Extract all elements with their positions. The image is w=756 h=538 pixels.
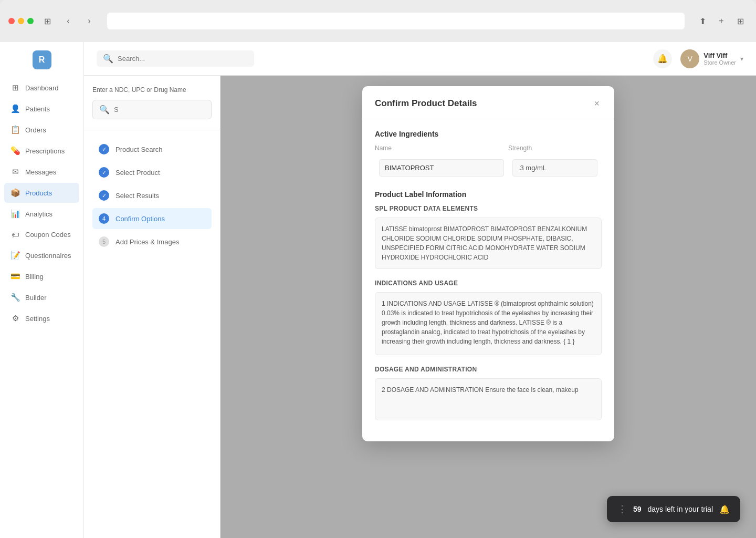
chevron-down-icon: ▾ (740, 55, 743, 63)
sidebar-item-coupon-codes[interactable]: 🏷 Coupon Codes (4, 225, 79, 244)
grid-view-button[interactable]: ⊞ (733, 14, 748, 28)
spl-section-title: SPL PRODUCT DATA ELEMENTS (375, 205, 602, 212)
sidebar-item-products[interactable]: 📦 Products (4, 183, 79, 203)
active-ingredients-title: Active Ingredients (375, 130, 602, 138)
modal-header: Confirm Product Details × (362, 86, 614, 119)
trial-bell-icon: 🔔 (719, 504, 730, 514)
ingredient-name: BIMATOPROST (379, 159, 504, 177)
minimize-button[interactable] (18, 18, 24, 24)
sidebar-item-questionnaires[interactable]: 📝 Questionnaires (4, 245, 79, 265)
step-indicator-select-product: ✓ (99, 167, 109, 178)
wizard-step-select-results[interactable]: ✓ Select Results (92, 185, 212, 206)
sidebar-label-questionnaires: Questionnaires (25, 252, 71, 260)
search-input[interactable] (118, 55, 248, 63)
patients-icon: 👤 (10, 104, 20, 113)
app-logo[interactable]: R (33, 50, 51, 69)
trial-days-count: 59 (633, 505, 642, 513)
indications-section: INDICATIONS AND USAGE 1 INDICATIONS AND … (375, 280, 602, 355)
wizard-step-confirm-options[interactable]: 4 Confirm Options (92, 208, 212, 229)
dosage-content-box: 2 DOSAGE AND ADMINISTRATION Ensure the f… (375, 378, 602, 420)
wizard-step-select-product[interactable]: ✓ Select Product (92, 162, 212, 183)
product-label-title: Product Label Information (375, 190, 602, 199)
step-label-confirm-options: Confirm Options (116, 215, 165, 223)
dosage-section-title: DOSAGE AND ADMINISTRATION (375, 366, 602, 373)
sidebar-item-prescriptions[interactable]: 💊 Prescriptions (4, 141, 79, 161)
ingredient-row: BIMATOPROST .3 mg/mL (375, 156, 602, 180)
wizard-search-input[interactable] (114, 106, 205, 113)
sidebar-label-settings: Settings (25, 315, 50, 323)
sidebar-item-patients[interactable]: 👤 Patients (4, 99, 79, 119)
dosage-section: DOSAGE AND ADMINISTRATION 2 DOSAGE AND A… (375, 366, 602, 420)
new-tab-button[interactable]: + (714, 14, 729, 28)
spl-content-box: LATISSE bimatoprost BIMATOPROST BIMATOPR… (375, 218, 602, 269)
browser-chrome: ⊞ ‹ › ⬆ + ⊞ (0, 0, 756, 42)
ingredients-table: Name Strength BIMATOPROST .3 mg/mL (375, 144, 602, 180)
sidebar-label-analytics: Analytics (25, 210, 52, 218)
ingredient-strength: .3 mg/mL (512, 159, 597, 177)
avatar: V (680, 49, 699, 68)
step-label-select-product: Select Product (116, 169, 160, 177)
header-right: 🔔 V Viff Viff Store Owner ▾ (653, 49, 743, 68)
sidebar-label-products: Products (25, 189, 52, 197)
user-info[interactable]: V Viff Viff Store Owner ▾ (680, 49, 743, 68)
sidebar-label-coupon-codes: Coupon Codes (25, 231, 71, 239)
sidebar-label-prescriptions: Prescriptions (25, 147, 65, 155)
indications-section-title: INDICATIONS AND USAGE (375, 280, 602, 287)
sidebar-item-analytics[interactable]: 📊 Analytics (4, 204, 79, 224)
notification-button[interactable]: 🔔 (653, 49, 672, 68)
trial-banner: ⋮ 59 days left in your trial 🔔 (607, 496, 740, 522)
wizard-search-field[interactable]: 🔍 (92, 100, 212, 119)
sidebar-item-builder[interactable]: 🔧 Builder (4, 287, 79, 307)
step-number: 4 (102, 215, 106, 222)
wizard-step-add-prices[interactable]: 5 Add Prices & Images (92, 231, 212, 252)
prescriptions-icon: 💊 (10, 146, 20, 156)
forward-button[interactable]: › (82, 14, 97, 28)
trial-text: days left in your trial (648, 505, 713, 513)
search-bar[interactable]: 🔍 (97, 50, 254, 67)
sidebar-item-messages[interactable]: ✉ Messages (4, 162, 79, 182)
modal-body: Active Ingredients Name Strength BIMA (362, 119, 614, 441)
modal-close-button[interactable]: × (592, 97, 602, 110)
sidebar-nav: ⊞ Dashboard 👤 Patients 📋 Orders 💊 Prescr… (0, 78, 83, 328)
orders-icon: 📋 (10, 125, 20, 134)
search-icon: 🔍 (99, 105, 110, 115)
sidebar-item-orders[interactable]: 📋 Orders (4, 120, 79, 140)
products-icon: 📦 (10, 188, 20, 198)
dashboard-icon: ⊞ (10, 83, 20, 92)
close-button[interactable] (8, 18, 15, 24)
main-content: 🔍 🔔 V Viff Viff Store Owner ▾ Produ (84, 42, 756, 538)
messages-icon: ✉ (10, 167, 20, 177)
app-container: R ⊞ Dashboard 👤 Patients 📋 Orders 💊 Pres… (0, 42, 756, 538)
wizard-step-product-search[interactable]: ✓ Product Search (92, 139, 212, 160)
share-button[interactable]: ⬆ (695, 14, 710, 28)
wizard-panel: Enter a NDC, UPC or Drug Name 🔍 ✓ Produc… (84, 76, 220, 538)
wizard-hint: Enter a NDC, UPC or Drug Name (92, 86, 212, 94)
sidebar-label-builder: Builder (25, 294, 46, 302)
sidebar-item-billing[interactable]: 💳 Billing (4, 266, 79, 286)
sidebar-label-dashboard: Dashboard (25, 84, 59, 92)
browser-actions: ⬆ + ⊞ (695, 14, 748, 28)
indications-content-box: 1 INDICATIONS AND USAGE LATISSE ® (bimat… (375, 292, 602, 355)
address-bar[interactable] (107, 13, 685, 29)
page-content: Produ Enter a NDC, UPC or Drug Name 🔍 ✓ (84, 76, 756, 538)
sidebar-label-orders: Orders (25, 126, 46, 134)
sidebar-item-settings[interactable]: ⚙ Settings (4, 308, 79, 328)
analytics-icon: 📊 (10, 209, 20, 219)
step-label-select-results: Select Results (116, 192, 159, 200)
check-icon: ✓ (102, 146, 107, 153)
modal-overlay: Confirm Product Details × Active Ingredi… (220, 76, 756, 538)
fullscreen-button[interactable] (27, 18, 34, 24)
step-label-product-search: Product Search (116, 146, 163, 153)
name-column-header: Name (375, 144, 508, 156)
sidebar-toggle-button[interactable]: ⊞ (40, 14, 55, 28)
strength-column-header: Strength (508, 144, 602, 156)
sidebar-item-dashboard[interactable]: ⊞ Dashboard (4, 78, 79, 98)
user-role: Store Owner (704, 59, 736, 66)
back-button[interactable]: ‹ (61, 14, 76, 28)
questionnaires-icon: 📝 (10, 251, 20, 260)
step-indicator-confirm-options: 4 (99, 213, 109, 224)
trial-dots-icon: ⋮ (617, 503, 627, 515)
billing-icon: 💳 (10, 272, 20, 281)
coupon-icon: 🏷 (10, 230, 20, 239)
user-name: Viff Viff (704, 51, 736, 59)
